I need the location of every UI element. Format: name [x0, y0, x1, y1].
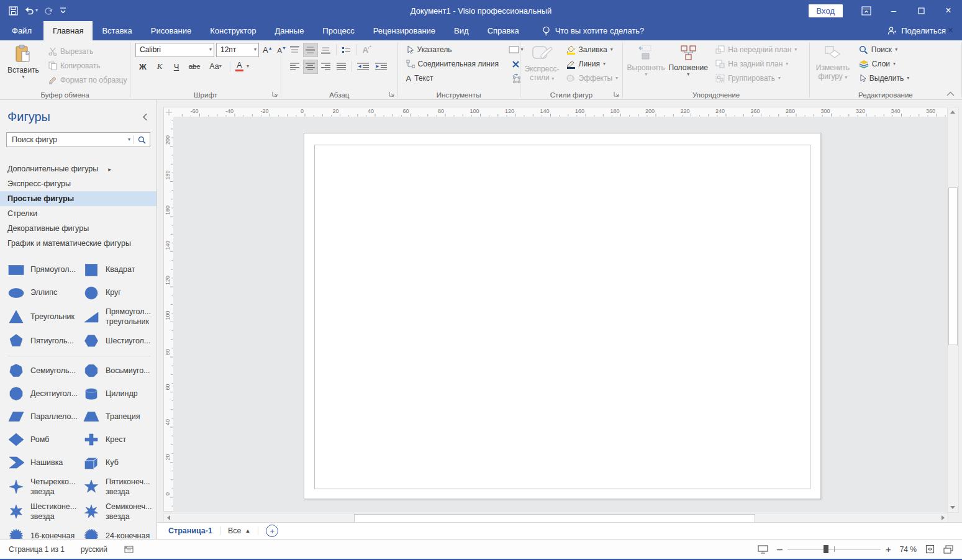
search-magnifier-icon[interactable] [134, 136, 150, 144]
collapse-panel-icon[interactable] [142, 113, 149, 121]
drawing-page[interactable] [304, 133, 821, 499]
align-left-button[interactable] [288, 60, 302, 74]
align-top-button[interactable] [288, 43, 302, 57]
dialog-launcher-font[interactable] [271, 90, 279, 98]
save-icon[interactable] [9, 6, 18, 16]
tab-draw[interactable]: Рисование [142, 21, 201, 40]
tell-me-box[interactable]: Что вы хотите сделать? [542, 21, 645, 40]
send-to-back-button[interactable]: На задний план▾ [712, 57, 800, 71]
shape-star6[interactable]: Шестиконе...звезда [4, 499, 79, 525]
scroll-right-icon[interactable] [938, 513, 948, 522]
justify-button[interactable] [334, 60, 349, 74]
shape-pentagon[interactable]: Пятиуголь... [4, 330, 79, 353]
shape-parallelogram[interactable]: Параллело... [4, 405, 79, 428]
bold-button[interactable]: Ж [135, 60, 150, 74]
shape-octagon[interactable]: Восьмиуго... [79, 359, 154, 382]
font-color-caret-icon[interactable]: ▾ [247, 64, 249, 69]
shape-diamond[interactable]: Ромб [4, 428, 79, 451]
align-middle-button[interactable] [303, 43, 318, 57]
align-center-button[interactable] [303, 60, 318, 74]
search-dropdown-caret-icon[interactable]: ▾ [125, 137, 134, 142]
shape-cross[interactable]: Крест [79, 428, 154, 451]
language-indicator[interactable]: русский [81, 545, 107, 554]
font-size-combo[interactable]: 12пт ▾ [216, 43, 259, 57]
align-bottom-button[interactable] [319, 43, 334, 57]
redo-icon[interactable] [44, 6, 53, 15]
grow-font-button[interactable]: А▲ [261, 45, 275, 55]
fit-page-icon[interactable] [925, 544, 935, 554]
increase-indent-button[interactable] [373, 60, 390, 74]
pointer-tool-button[interactable]: Указатель [403, 43, 502, 56]
dialog-launcher-paragraph[interactable] [388, 90, 396, 98]
shape-search-input[interactable] [11, 135, 125, 145]
line-button[interactable]: Линия▾ [563, 57, 622, 71]
add-page-button[interactable]: + [266, 525, 278, 537]
shape-star4[interactable]: Четырехко...звезда [4, 474, 79, 500]
fill-button[interactable]: Заливка▾ [563, 43, 622, 56]
sign-in-button[interactable]: Вход [809, 4, 843, 17]
bring-to-front-button[interactable]: На передний план▾ [712, 43, 800, 56]
tab-view[interactable]: Вид [445, 21, 478, 40]
shape-star16[interactable]: 16-конечная [4, 525, 79, 540]
group-button[interactable]: Группировать▾ [712, 71, 800, 85]
dialog-launcher-shape-styles[interactable] [612, 90, 620, 98]
horizontal-scroll-thumb[interactable] [354, 514, 755, 523]
shape-triangle[interactable]: Треугольник [4, 304, 79, 330]
close-button[interactable]: × [935, 0, 962, 21]
zoom-out-button[interactable]: – [777, 544, 783, 555]
tabrow-close-icon[interactable]: × [948, 25, 953, 36]
tab-file[interactable]: Файл [0, 21, 43, 40]
undo-button[interactable]: ▾ [24, 6, 38, 15]
change-shape-button[interactable]: Изменитьфигуру ▾ [812, 42, 853, 81]
cut-button[interactable]: Вырезать [45, 45, 130, 58]
customize-qat-icon[interactable] [60, 7, 66, 14]
shape-cylinder[interactable]: Цилиндр [79, 382, 154, 405]
quick-styles-button[interactable]: Экспресс-стили ▾ [523, 42, 561, 83]
decrease-indent-button[interactable] [355, 60, 372, 74]
undo-caret-icon[interactable]: ▾ [35, 8, 38, 13]
shape-circle[interactable]: Круг [79, 281, 154, 304]
connection-point-tool-button[interactable] [512, 57, 520, 71]
zoom-level[interactable]: 74 % [900, 545, 917, 554]
tab-help[interactable]: Справка [478, 21, 529, 40]
vertical-scroll-thumb[interactable] [948, 187, 958, 345]
category-math[interactable]: График и математические фигуры [0, 236, 157, 251]
tab-home[interactable]: Главная [43, 21, 93, 40]
italic-button[interactable]: К [152, 60, 167, 74]
copy-button[interactable]: Копировать [45, 59, 130, 73]
shape-star7[interactable]: Семиконеч...звезда [79, 499, 154, 525]
all-pages-button[interactable]: Все ▲ [228, 526, 250, 535]
page-tab[interactable]: Страница-1 [168, 526, 212, 535]
minimize-button[interactable]: – [880, 0, 907, 21]
bullets-button[interactable] [339, 43, 354, 57]
change-case-button[interactable]: Aa▾ [205, 60, 226, 74]
zoom-slider-thumb[interactable] [824, 545, 828, 553]
select-button[interactable]: Выделить▾ [856, 71, 912, 85]
category-decorative[interactable]: Декоративные фигуры [0, 221, 157, 236]
shape-trapezoid[interactable]: Трапеция [79, 405, 154, 428]
font-color-button[interactable]: А [234, 61, 245, 72]
connector-tool-button[interactable]: Соединительная линия [403, 57, 502, 71]
macro-record-icon[interactable] [124, 545, 134, 553]
shape-rectangle[interactable]: Прямоугол... [4, 258, 79, 281]
paste-button[interactable]: Вставить ▾ [7, 42, 39, 79]
layers-button[interactable]: Слои▾ [856, 57, 912, 71]
tab-data[interactable]: Данные [265, 21, 313, 40]
selection-rotate-tool-button[interactable] [511, 71, 521, 85]
align-right-button[interactable] [319, 60, 334, 74]
page-indicator[interactable]: Страница 1 из 1 [9, 545, 65, 554]
shape-heptagon[interactable]: Семиуголь... [4, 359, 79, 382]
shape-square[interactable]: Квадрат [79, 258, 154, 281]
format-painter-button[interactable]: Формат по образцу [45, 73, 130, 87]
horizontal-ruler[interactable]: -60-40-200204060801001201401601802002202… [163, 107, 948, 117]
shape-star24[interactable]: 24-конечная [79, 525, 154, 540]
ribbon-display-options-icon[interactable] [853, 0, 880, 21]
collapse-ribbon-icon[interactable] [946, 91, 955, 96]
switch-windows-icon[interactable] [943, 545, 953, 554]
text-rotate-button[interactable]: A [360, 43, 374, 57]
underline-button[interactable]: Ч [169, 60, 184, 74]
tab-review[interactable]: Рецензирование [364, 21, 445, 40]
vertical-scrollbar[interactable] [947, 107, 959, 513]
position-button[interactable]: Положение ▾ [666, 42, 710, 77]
presentation-mode-icon[interactable] [758, 545, 768, 554]
